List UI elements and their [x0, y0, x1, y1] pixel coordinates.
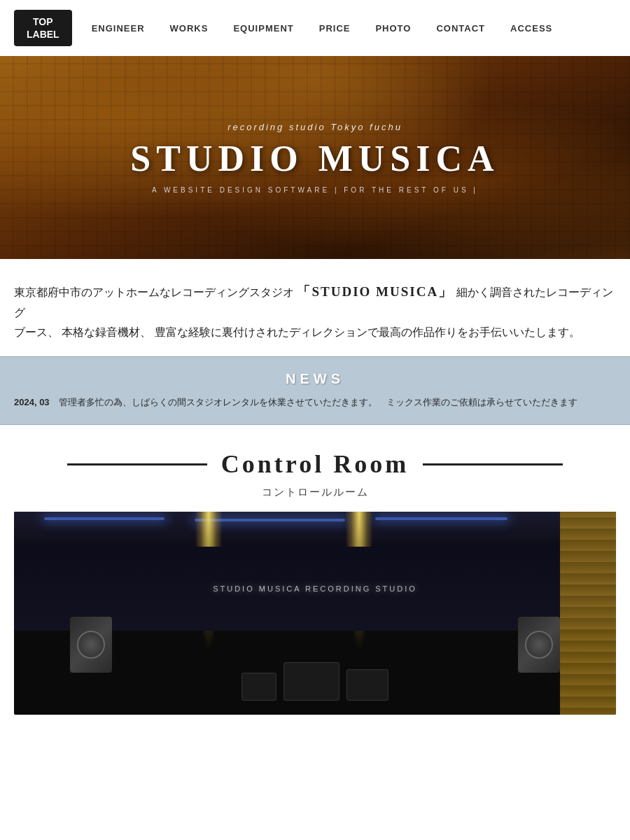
speaker-cone-left [77, 631, 105, 659]
intro-section: 東京都府中市のアットホームなレコーディングスタジオ 「STUDIO MUSICA… [0, 259, 630, 356]
section-title-wrap: Control Room [14, 449, 616, 479]
hero-section: recording studio Tokyo fuchu STUDIO MUSI… [0, 56, 630, 259]
nav-items: ENGINEER WORKS EQUIPMENT PRICE PHOTO CON… [79, 23, 616, 34]
hero-content: recording studio Tokyo fuchu STUDIO MUSI… [130, 122, 499, 194]
navigation: TOP LABEL ENGINEER WORKS EQUIPMENT PRICE… [0, 0, 630, 56]
led-strip-1 [44, 517, 164, 520]
nav-item-contact[interactable]: CONTACT [424, 23, 498, 34]
equipment-box-1 [241, 673, 276, 701]
nav-item-engineer[interactable]: ENGINEER [79, 23, 158, 34]
hero-subtitle: recording studio Tokyo fuchu [130, 122, 499, 132]
nav-item-price[interactable]: PRICE [307, 23, 363, 34]
speaker-left [70, 617, 112, 673]
equipment-box-3 [346, 669, 388, 701]
studio-image: STUDIO MUSICA RECORDING STUDIO [14, 512, 616, 715]
control-room-section: Control Room コントロールルーム STUDIO MUSICA REC… [0, 425, 630, 729]
hero-tagline: A WEBSITE DESIGN SOFTWARE | FOR THE REST… [130, 186, 499, 194]
news-content: 管理者多忙の為、しばらくの間スタジオレンタルを休業させていただきます。 ミックス… [59, 397, 578, 407]
speaker-right [518, 617, 560, 673]
studio-sign: STUDIO MUSICA RECORDING STUDIO [213, 584, 417, 593]
speaker-cone-right [525, 631, 553, 659]
section-line-left [67, 463, 207, 465]
hero-title: STUDIO MUSICA [130, 138, 499, 179]
wood-panel [560, 512, 616, 715]
news-heading: NEWS [14, 371, 616, 387]
news-item: 2024, 03 管理者多忙の為、しばらくの間スタジオレンタルを休業させていただ… [14, 396, 616, 410]
control-room-subtitle: コントロールルーム [14, 486, 616, 499]
section-line-right [423, 463, 563, 465]
intro-text-1: 東京都府中市のアットホームなレコーディングスタジオ [14, 286, 294, 298]
led-strip-3 [375, 517, 507, 520]
news-date: 2024, 03 [14, 397, 50, 407]
intro-paragraph-1: 東京都府中市のアットホームなレコーディングスタジオ 「STUDIO MUSICA… [14, 280, 616, 323]
equipment-box-2 [284, 662, 340, 701]
intro-highlight: 「STUDIO MUSICA」 [297, 284, 453, 299]
nav-label-label: LABEL [27, 28, 59, 41]
control-room-heading: Control Room [221, 449, 409, 479]
intro-paragraph-2: ブース、 本格な録音機材、 豊富な経験に裏付けされたディレクションで最高の作品作… [14, 323, 616, 342]
nav-item-photo[interactable]: PHOTO [363, 23, 424, 34]
equipment-area [241, 662, 388, 701]
nav-top-button[interactable]: TOP LABEL [14, 10, 72, 46]
news-section: NEWS 2024, 03 管理者多忙の為、しばらくの間スタジオレンタルを休業さ… [0, 356, 630, 425]
nav-item-access[interactable]: ACCESS [498, 23, 565, 34]
nav-top-label: TOP [33, 15, 53, 28]
nav-item-works[interactable]: WORKS [158, 23, 221, 34]
nav-item-equipment[interactable]: EQUIPMENT [220, 23, 306, 34]
